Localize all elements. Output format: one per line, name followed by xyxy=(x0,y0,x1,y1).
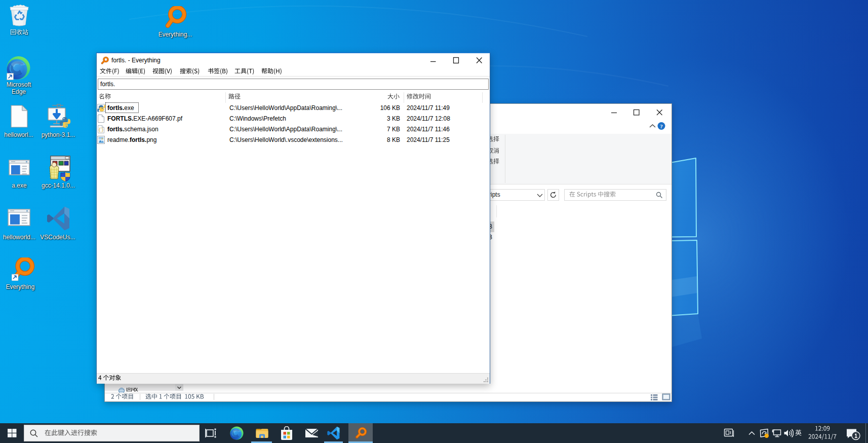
svg-text:?: ? xyxy=(660,123,663,129)
svg-text:{}: {} xyxy=(98,128,104,133)
